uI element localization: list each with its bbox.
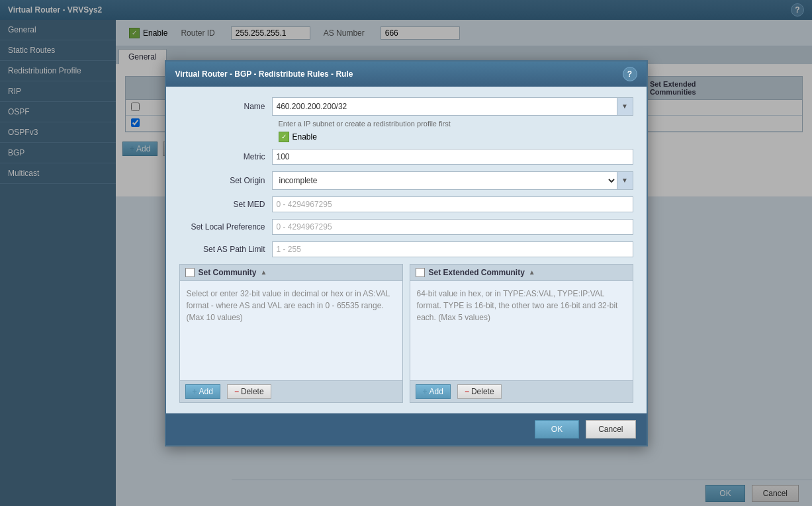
set-med-row: Set MED (179, 196, 633, 212)
community-panel-footer: + Add − Delete (180, 380, 402, 402)
set-local-pref-field (272, 219, 633, 235)
set-med-input[interactable] (272, 196, 633, 212)
ext-community-panel: Set Extended Community ▲ 64-bit value in… (410, 264, 633, 403)
set-origin-select[interactable]: incomplete igp egp (273, 173, 617, 189)
community-panel-checkbox[interactable] (185, 268, 195, 277)
metric-input[interactable] (272, 149, 633, 165)
community-panel: Set Community ▲ Select or enter 32-bit v… (179, 264, 403, 403)
community-plus-icon: + (193, 387, 197, 396)
modal-title: Virtual Router - BGP - Redistribute Rule… (175, 69, 353, 79)
metric-label: Metric (179, 152, 272, 161)
set-as-path-field (272, 241, 633, 257)
modal-enable-label: Enable (293, 132, 317, 142)
modal-overlay: Virtual Router - BGP - Redistribute Rule… (0, 0, 812, 506)
modal-help-button[interactable]: ? (623, 67, 637, 81)
set-local-pref-row: Set Local Preference (179, 219, 633, 235)
metric-row: Metric (179, 149, 633, 165)
name-dropdown-arrow[interactable]: ▼ (617, 98, 633, 115)
name-hint: Enter a IP subnet or create a redistribu… (279, 120, 633, 128)
set-origin-field: incomplete igp egp ▼ (272, 171, 633, 190)
set-as-path-label: Set AS Path Limit (179, 245, 272, 254)
ext-community-add-button[interactable]: + Add (416, 384, 451, 399)
ext-community-panel-header: Set Extended Community ▲ (410, 265, 633, 281)
set-as-path-input[interactable] (272, 241, 633, 257)
set-local-pref-label: Set Local Preference (179, 222, 272, 232)
set-origin-arrow[interactable]: ▼ (617, 172, 633, 189)
ext-community-description: 64-bit value in hex, or in TYPE:AS:VAL, … (417, 289, 618, 322)
community-sort-icon: ▲ (261, 269, 267, 276)
set-origin-select-wrap: incomplete igp egp ▼ (272, 171, 633, 190)
community-panel-title: Set Community (199, 268, 257, 277)
modal-cancel-button[interactable]: Cancel (586, 420, 635, 439)
ext-community-panel-checkbox[interactable] (416, 268, 425, 277)
set-med-field (272, 196, 633, 212)
name-select-wrap: ▼ (272, 97, 633, 116)
modal-ok-button[interactable]: OK (535, 420, 579, 439)
modal-dialog: Virtual Router - BGP - Redistribute Rule… (165, 60, 648, 446)
ext-community-panel-title: Set Extended Community (429, 268, 525, 277)
set-origin-row: Set Origin incomplete igp egp ▼ (179, 171, 633, 190)
modal-footer: OK Cancel (166, 413, 647, 445)
ext-community-plus-icon: + (423, 387, 428, 396)
set-origin-label: Set Origin (179, 176, 272, 185)
enable-row: ✓ Enable (279, 132, 633, 142)
name-label: Name (179, 102, 272, 111)
ext-community-panel-footer: + Add − Delete (410, 380, 633, 402)
community-description: Select or enter 32-bit value in decimal … (187, 289, 390, 322)
name-field: ▼ (272, 97, 633, 116)
set-local-pref-input[interactable] (272, 219, 633, 235)
community-delete-button[interactable]: − Delete (227, 384, 271, 399)
ext-community-minus-icon: − (465, 387, 469, 396)
ext-community-sort-icon: ▲ (529, 269, 535, 276)
community-panel-header: Set Community ▲ (180, 265, 402, 281)
two-panel: Set Community ▲ Select or enter 32-bit v… (179, 264, 633, 403)
set-as-path-row: Set AS Path Limit (179, 241, 633, 257)
ext-community-delete-button[interactable]: − Delete (457, 384, 502, 399)
metric-field (272, 149, 633, 165)
modal-enable-checkbox[interactable]: ✓ (279, 132, 289, 142)
ext-community-panel-body: 64-bit value in hex, or in TYPE:AS:VAL, … (410, 281, 633, 380)
set-med-label: Set MED (179, 200, 272, 209)
modal-title-bar: Virtual Router - BGP - Redistribute Rule… (166, 62, 647, 87)
community-minus-icon: − (234, 387, 239, 396)
modal-body: Name ▼ Enter a IP subnet or create a red… (166, 87, 647, 413)
community-add-button[interactable]: + Add (185, 384, 220, 399)
community-panel-body: Select or enter 32-bit value in decimal … (180, 281, 402, 380)
name-row: Name ▼ (179, 97, 633, 116)
name-input[interactable] (273, 99, 617, 114)
